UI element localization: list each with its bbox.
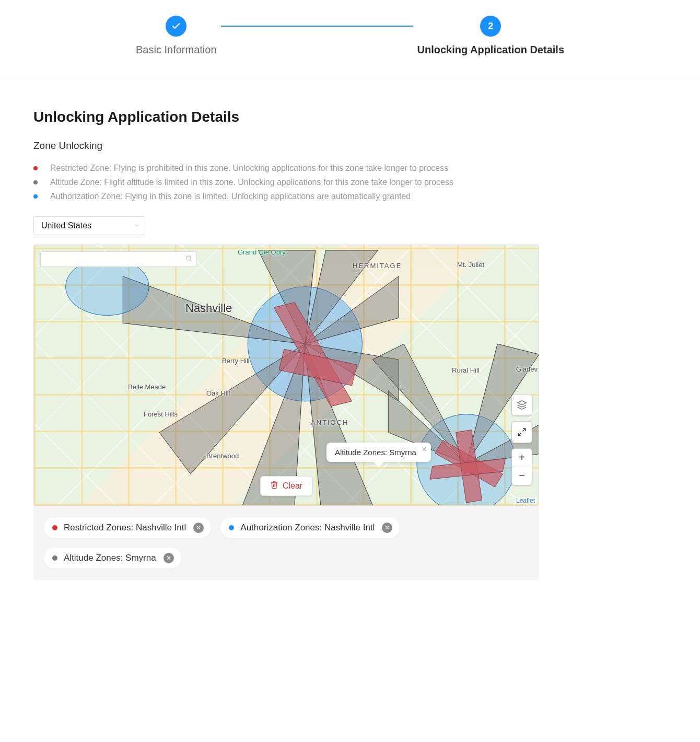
- svg-line-24: [518, 433, 521, 435]
- map-attribution[interactable]: Leaflet: [515, 497, 536, 504]
- map-label-hermitage: HERMITAGE: [353, 262, 402, 270]
- layers-icon[interactable]: [512, 395, 532, 415]
- main-content: Unlocking Application Details Zone Unloc…: [0, 77, 700, 601]
- map-label-berryhill: Berry Hill: [222, 357, 250, 365]
- map-label-foresthills: Forest Hills: [144, 410, 178, 418]
- zone-legend: Restricted Zone: Flying is prohibited in…: [33, 161, 667, 204]
- legend-altitude: Altitude Zone: Flight altitude is limite…: [33, 175, 667, 189]
- zone-chip: Restricted Zones: Nashville Intl ✕: [44, 517, 211, 538]
- tooltip-text: Altitude Zones: Smyrna: [335, 448, 416, 457]
- checkmark-icon: [166, 16, 186, 37]
- fullscreen-icon[interactable]: [512, 422, 532, 443]
- map-label-mtjuliet: Mt. Juliet: [457, 261, 484, 269]
- map-label-brentwood: Brentwood: [206, 452, 239, 460]
- svg-point-20: [186, 256, 190, 260]
- map-label-bellemeade: Belle Meade: [128, 383, 166, 391]
- zoom-control: + −: [511, 448, 532, 485]
- map-search-field[interactable]: [46, 255, 181, 263]
- map[interactable]: Nashville Mt. Juliet Brentwood Belle Mea…: [33, 245, 539, 506]
- section-heading: Zone Unlocking: [33, 140, 667, 152]
- zone-chip: Altitude Zones: Smyrna ✕: [44, 548, 181, 569]
- search-icon: [185, 254, 192, 263]
- country-select[interactable]: United States: [33, 216, 145, 235]
- step-2[interactable]: 2 Unlocking Application Details: [417, 16, 564, 56]
- legend-text: Authorization Zone: Flying in this zone …: [50, 189, 411, 203]
- zoom-in-button[interactable]: +: [512, 449, 532, 467]
- map-label-opry: Grand Ole Opry: [238, 248, 286, 256]
- country-select-value: United States: [33, 216, 145, 235]
- step-2-label: Unlocking Application Details: [417, 44, 564, 56]
- page-title: Unlocking Application Details: [33, 109, 667, 125]
- map-search-input[interactable]: [40, 251, 197, 267]
- svg-line-23: [523, 428, 526, 431]
- zone-chip: Authorization Zones: Nashville Intl ✕: [220, 517, 400, 538]
- dot-icon: [33, 166, 38, 170]
- zoom-out-button[interactable]: −: [512, 467, 532, 485]
- clear-button-label: Clear: [283, 481, 302, 491]
- legend-authorization: Authorization Zone: Flying in this zone …: [33, 189, 667, 203]
- map-controls: + −: [511, 394, 532, 485]
- selected-zones-panel: Restricted Zones: Nashville Intl ✕ Autho…: [33, 506, 539, 580]
- dot-icon: [33, 180, 38, 184]
- map-tooltip: Altitude Zones: Smyrna ×: [326, 443, 431, 462]
- step-2-number: 2: [480, 16, 501, 37]
- dot-icon: [229, 525, 234, 530]
- legend-text: Restricted Zone: Flying is prohibited in…: [50, 161, 448, 175]
- remove-chip-button[interactable]: ✕: [164, 553, 174, 563]
- chip-label: Altitude Zones: Smyrna: [64, 553, 156, 563]
- close-icon[interactable]: ×: [422, 445, 427, 454]
- legend-restricted: Restricted Zone: Flying is prohibited in…: [33, 161, 667, 175]
- trash-icon: [270, 481, 278, 491]
- map-label-ruralhill: Rural Hill: [452, 366, 480, 374]
- svg-marker-22: [518, 400, 527, 404]
- clear-button[interactable]: Clear: [260, 476, 312, 496]
- layers-control[interactable]: [511, 394, 532, 416]
- dot-icon: [52, 525, 57, 530]
- map-label-gladev: Gladev: [516, 365, 538, 373]
- fullscreen-control[interactable]: [511, 421, 532, 443]
- chip-label: Restricted Zones: Nashville Intl: [64, 523, 186, 533]
- map-label-antioch: ANTIOCH: [311, 419, 349, 426]
- dot-icon: [33, 194, 38, 199]
- legend-text: Altitude Zone: Flight altitude is limite…: [50, 175, 453, 189]
- map-label-nashville: Nashville: [185, 302, 232, 315]
- svg-line-21: [190, 260, 192, 261]
- step-connector: [221, 26, 413, 27]
- map-label-oakhill: Oak Hill: [206, 389, 230, 397]
- step-1-label: Basic Information: [136, 44, 217, 56]
- dot-icon: [52, 555, 57, 561]
- remove-chip-button[interactable]: ✕: [382, 523, 392, 533]
- chip-label: Authorization Zones: Nashville Intl: [240, 523, 375, 533]
- step-1[interactable]: Basic Information: [136, 16, 217, 56]
- remove-chip-button[interactable]: ✕: [193, 523, 204, 533]
- stepper-bar: Basic Information 2 Unlocking Applicatio…: [0, 0, 700, 77]
